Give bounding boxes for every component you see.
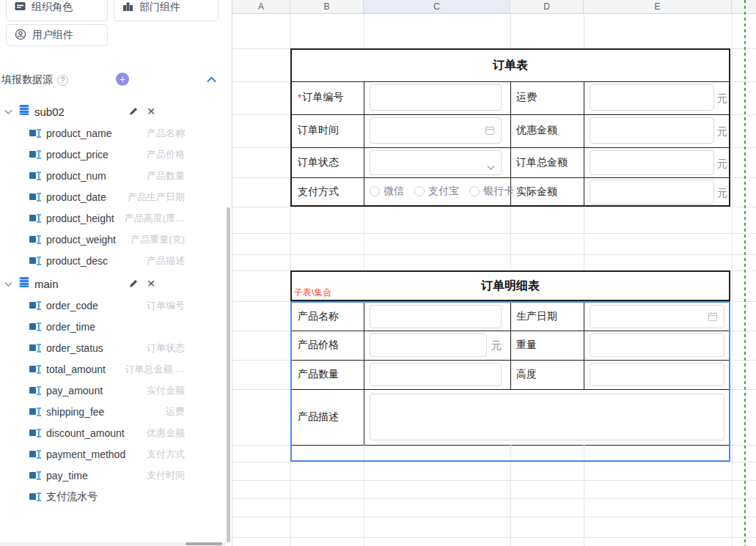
- org-role-component-button[interactable]: 组织角色: [6, 0, 108, 21]
- detail-table-body[interactable]: 产品名称 生产日期 产品价格 元 重量 产品数量 高度 产品描述: [290, 301, 730, 462]
- text-field-icon: [29, 235, 42, 244]
- collapse-section-chevron[interactable]: [205, 73, 217, 85]
- chevron-down-icon[interactable]: [4, 105, 12, 118]
- actual-amount-label: 实际金额: [516, 185, 557, 199]
- field-order-status[interactable]: order_status 订单状态: [29, 340, 185, 356]
- datasource-section-title: 填报数据源 ?: [1, 73, 68, 86]
- field-order-time[interactable]: order_time: [29, 319, 185, 335]
- field-product-height[interactable]: product_height 产品高度(厘…: [29, 210, 185, 226]
- order-time-input[interactable]: [370, 117, 502, 144]
- order-status-select[interactable]: [370, 150, 502, 175]
- product-date-input[interactable]: [590, 305, 724, 328]
- edit-datasource-sub02-icon[interactable]: [128, 106, 139, 117]
- delete-datasource-sub02-icon[interactable]: ✕: [145, 106, 157, 117]
- actual-amount-input[interactable]: [590, 180, 714, 204]
- text-field-icon: [29, 344, 42, 353]
- product-weight-input[interactable]: [590, 333, 724, 357]
- add-datasource-button[interactable]: +: [116, 73, 129, 86]
- chevron-down-icon: [487, 161, 495, 174]
- help-icon[interactable]: ?: [57, 75, 68, 86]
- text-field-icon: [29, 257, 42, 265]
- user-component-button[interactable]: 用户组件: [6, 24, 108, 46]
- product-desc-label: 产品描述: [298, 410, 339, 424]
- print-page-break-line: [744, 0, 746, 546]
- org-role-icon: [15, 1, 26, 13]
- discount-amount-input[interactable]: [590, 117, 714, 144]
- product-height-label: 高度: [516, 367, 537, 382]
- order-code-label: *订单编号: [298, 90, 343, 105]
- shipping-fee-input[interactable]: [590, 84, 714, 111]
- discount-amount-unit: 元: [717, 125, 727, 139]
- radio-wechat[interactable]: 微信: [370, 185, 404, 198]
- product-height-input[interactable]: [590, 363, 724, 386]
- database-icon: [18, 276, 30, 291]
- field-payment-method[interactable]: payment_method 支付方式: [29, 446, 185, 462]
- column-header-e[interactable]: E: [584, 0, 732, 13]
- text-field-icon: [29, 322, 42, 331]
- field-product-num[interactable]: product_num 产品数量: [29, 168, 185, 184]
- field-total-amount[interactable]: total_amount 订单总金额 …: [29, 361, 185, 377]
- field-product-desc[interactable]: product_desc 产品描述: [29, 253, 185, 269]
- text-field-icon: [29, 193, 42, 202]
- radio-alipay[interactable]: 支付宝: [414, 185, 459, 198]
- product-price-unit: 元: [491, 339, 502, 353]
- text-field-icon: [29, 407, 42, 416]
- field-pay-serial-no[interactable]: 支付流水号: [29, 489, 185, 505]
- field-discount-amount[interactable]: discount_amount 优惠金额: [29, 425, 185, 441]
- payment-method-radio-group: 微信 支付宝 银行卡: [370, 185, 514, 198]
- department-icon: [122, 1, 133, 13]
- product-price-input[interactable]: [370, 333, 487, 357]
- sidebar-vertical-scrollbar[interactable]: [227, 207, 230, 542]
- field-product-price[interactable]: product_price 产品价格: [29, 147, 185, 163]
- total-amount-unit: 元: [717, 158, 727, 171]
- product-num-input[interactable]: [370, 363, 502, 386]
- text-field-icon: [29, 150, 42, 159]
- department-component-button[interactable]: 部门组件: [114, 0, 219, 21]
- field-product-name[interactable]: product_name 产品名称: [29, 125, 185, 141]
- radio-icon: [370, 186, 380, 196]
- field-order-code[interactable]: order_code 订单编号: [29, 298, 185, 314]
- discount-amount-label: 优惠金额: [516, 123, 557, 138]
- calendar-icon: [485, 125, 495, 139]
- product-name-input[interactable]: [370, 305, 502, 328]
- order-table[interactable]: 订单表 *订单编号 运费 元 订单时间 优惠金额 元 订单状态 订单: [290, 48, 730, 207]
- radio-bankcard[interactable]: 银行卡: [469, 185, 514, 198]
- text-field-icon: [29, 214, 42, 223]
- detail-table-header[interactable]: 订单明细表 子表\集合: [290, 270, 730, 301]
- database-icon: [18, 104, 30, 119]
- column-header-d[interactable]: D: [510, 0, 584, 13]
- chevron-down-icon[interactable]: [4, 277, 12, 290]
- order-status-label: 订单状态: [298, 155, 339, 170]
- field-pay-time[interactable]: pay_time 支付时间: [29, 468, 185, 484]
- text-field-icon: [29, 301, 42, 310]
- column-header-b[interactable]: B: [290, 0, 364, 13]
- text-field-icon: [29, 450, 42, 459]
- datasource-sub02[interactable]: sub02: [0, 103, 65, 120]
- actual-amount-unit: 元: [717, 187, 727, 200]
- payment-method-label: 支付方式: [298, 185, 339, 199]
- edit-datasource-main-icon[interactable]: [128, 278, 139, 289]
- datasource-main[interactable]: main: [0, 275, 59, 292]
- column-header-c[interactable]: C: [364, 0, 510, 13]
- total-amount-input[interactable]: [590, 150, 714, 175]
- field-product-weight[interactable]: product_weight 产品重量(克): [29, 232, 185, 248]
- product-num-label: 产品数量: [298, 367, 339, 382]
- order-code-input[interactable]: [370, 84, 502, 111]
- shipping-fee-unit: 元: [717, 92, 727, 106]
- text-field-icon: [29, 471, 42, 480]
- shipping-fee-label: 运费: [516, 90, 537, 105]
- field-pay-amount[interactable]: pay_amount 实付金额: [29, 383, 185, 399]
- sidebar-horizontal-scrollbar-track[interactable]: [0, 542, 226, 546]
- radio-icon: [469, 186, 480, 196]
- field-shipping-fee[interactable]: shipping_fee 运费: [29, 404, 185, 420]
- total-amount-label: 订单总金额: [516, 155, 568, 170]
- spreadsheet-canvas[interactable]: A B C D E 订单表 *订单编号 运费 元 订单时间 优惠金额 元 订单状…: [232, 0, 756, 546]
- delete-datasource-main-icon[interactable]: ✕: [145, 278, 157, 289]
- column-header-a[interactable]: A: [232, 0, 290, 13]
- text-field-icon: [29, 492, 42, 501]
- field-product-date[interactable]: product_date 产品生产日期: [29, 189, 185, 205]
- product-date-label: 生产日期: [516, 309, 557, 324]
- text-field-icon: [29, 129, 42, 138]
- product-desc-textarea[interactable]: [370, 394, 724, 440]
- sidebar-horizontal-scrollbar-thumb[interactable]: [186, 542, 222, 545]
